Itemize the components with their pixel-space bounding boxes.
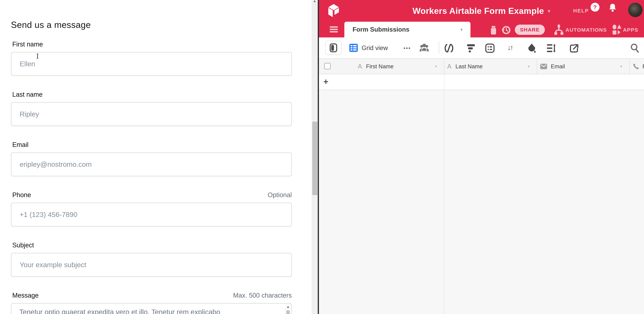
column-header-phone[interactable]: P xyxy=(632,59,644,74)
last-name-input[interactable] xyxy=(11,102,292,126)
workers-logo-icon[interactable] xyxy=(328,4,339,18)
group-icon[interactable] xyxy=(485,44,494,53)
toolbar-divider xyxy=(439,41,439,54)
phone-label: Phone xyxy=(12,191,31,199)
apps-label[interactable]: APPS xyxy=(623,27,638,33)
contact-form-pane: Send us a message First name I Last name… xyxy=(0,0,312,314)
first-name-label: First name xyxy=(12,41,43,48)
grid-view-icon xyxy=(349,44,358,52)
add-row-plus-icon[interactable]: + xyxy=(323,77,328,87)
column-name: Email xyxy=(551,63,565,70)
view-toolbar: Grid view ••• xyxy=(319,38,644,59)
filter-icon[interactable] xyxy=(467,44,475,53)
email-label: Email xyxy=(12,141,28,148)
text-field-type-icon: A xyxy=(447,63,451,70)
automations-label[interactable]: AUTOMATIONS xyxy=(566,27,607,33)
tab-form-submissions[interactable]: Form Submissions ▾ xyxy=(344,22,470,38)
column-caret-icon[interactable]: ▾ xyxy=(620,64,622,69)
message-scrollbar[interactable]: ▲ xyxy=(285,304,290,314)
column-header-first-name[interactable]: A First Name xyxy=(358,59,443,74)
scroll-up-icon[interactable]: ▲ xyxy=(286,305,290,309)
column-name: P xyxy=(642,63,644,70)
question-glyph: ? xyxy=(593,4,597,11)
form-title: Send us a message xyxy=(11,20,91,30)
sort-icon[interactable]: ↓↑ xyxy=(507,44,512,52)
base-title: Workers Airtable Form Example xyxy=(412,6,544,16)
column-header-email[interactable]: Email xyxy=(540,59,619,74)
airtable-pane: Workers Airtable Form Example ▾ HELP ? xyxy=(319,0,644,314)
subject-input[interactable] xyxy=(11,253,292,277)
scrollbar-up-icon[interactable]: ▲ xyxy=(312,0,318,3)
table-header-row: A First Name ▾ A Last Name ▾ Email ▾ xyxy=(319,59,644,74)
add-row-row[interactable]: + xyxy=(319,74,644,90)
message-max-note: Max. 500 characters xyxy=(233,292,292,299)
email-field-type-icon xyxy=(540,64,547,69)
column-name: Last Name xyxy=(456,63,483,70)
phone-optional-note: Optional xyxy=(268,191,292,199)
history-icon[interactable] xyxy=(501,25,511,35)
column-name: First Name xyxy=(366,63,394,70)
search-icon[interactable] xyxy=(630,44,639,53)
share-label: SHARE xyxy=(520,27,540,33)
hide-fields-icon[interactable] xyxy=(444,44,454,53)
chevron-down-icon: ▾ xyxy=(548,8,550,14)
column-header-last-name[interactable]: A Last Name xyxy=(447,59,526,74)
share-view-icon[interactable] xyxy=(570,44,579,53)
automations-icon[interactable] xyxy=(554,24,564,35)
view-more-icon[interactable]: ••• xyxy=(404,45,411,51)
email-field[interactable] xyxy=(11,152,292,176)
select-all-checkbox[interactable] xyxy=(324,63,331,69)
message-text: Tenetur optio quaerat expedita vero et i… xyxy=(19,308,220,314)
color-icon[interactable] xyxy=(527,43,536,53)
phone-field[interactable] xyxy=(11,203,292,226)
column-caret-icon[interactable]: ▾ xyxy=(528,64,530,69)
view-sidebar-toggle-button[interactable] xyxy=(325,41,342,55)
help-icon[interactable]: ? xyxy=(590,3,600,12)
menu-hamburger-icon[interactable] xyxy=(330,25,338,34)
share-button[interactable]: SHARE xyxy=(515,25,545,35)
subject-label: Subject xyxy=(12,241,34,249)
airtable-tabrow: Form Submissions ▾ SHARE xyxy=(319,22,644,38)
apps-icon[interactable] xyxy=(612,25,622,35)
column-caret-icon[interactable]: ▾ xyxy=(435,64,437,69)
table-tab-label: Form Submissions xyxy=(352,26,409,33)
trash-icon[interactable] xyxy=(489,25,498,35)
row-height-icon[interactable] xyxy=(546,44,556,53)
message-label: Message xyxy=(12,292,38,299)
screen: Send us a message First name I Last name… xyxy=(0,0,644,314)
last-name-label: Last name xyxy=(12,91,42,98)
help-button[interactable]: HELP xyxy=(573,8,589,14)
form-pane-scroll-thumb[interactable] xyxy=(312,122,318,195)
phone-field-type-icon xyxy=(632,63,640,70)
notifications-bell-icon[interactable] xyxy=(608,4,617,12)
tab-chevron-down-icon: ▾ xyxy=(460,27,462,32)
airtable-topbar: Workers Airtable Form Example ▾ HELP ? xyxy=(319,0,644,22)
message-scroll-thumb[interactable] xyxy=(286,310,290,314)
collaborators-icon[interactable] xyxy=(419,43,430,53)
message-textarea[interactable]: Tenetur optio quaerat expedita vero et i… xyxy=(11,303,292,314)
user-avatar[interactable] xyxy=(628,3,642,17)
sidebar-toggle-icon xyxy=(330,43,337,52)
frozen-column-edge xyxy=(444,74,444,314)
text-field-type-icon: A xyxy=(358,63,362,70)
pane-divider[interactable] xyxy=(318,0,319,314)
view-name[interactable]: Grid view xyxy=(362,45,388,52)
text-cursor-icon: I xyxy=(36,52,39,60)
first-name-input[interactable] xyxy=(11,52,292,76)
